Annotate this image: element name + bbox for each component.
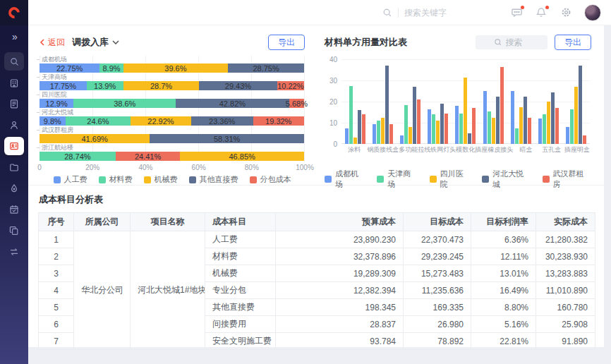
bar-segment: 28.74% [40,152,116,161]
bar-group [369,59,397,144]
id-card-icon [8,140,20,152]
legend-label: 材料费 [109,174,133,185]
notifications-bell-icon[interactable] [535,6,548,19]
legend-swatch [144,176,151,183]
legend-item: 武汉群租房 [543,169,591,190]
cell-budget: 198.345 [276,299,404,316]
category-label: 暗盒 [514,145,539,154]
material-search-box[interactable] [476,35,548,49]
cell-budget: 93.784 [276,333,404,350]
sidebar-item-materials[interactable] [4,179,24,198]
sidebar-item-schedule[interactable] [4,200,24,219]
folder-icon [8,162,20,173]
bar [528,118,531,145]
cell-subject: 材料费 [205,248,276,265]
topbar [0,0,611,25]
sidebar-item-copy[interactable] [4,222,24,240]
x-tick-label: 100% [296,164,314,171]
bar [483,91,487,144]
global-search [382,8,482,18]
grouped-chart-bars [341,59,590,144]
bar [464,78,467,145]
sidebar-item-files[interactable] [4,158,24,176]
bar [358,110,361,144]
stacked-bar-chart: 成都机场22.75%8.9%39.6%28.75%天津商场17.75%13.9%… [40,56,305,161]
cell-target: 26.980 [404,316,471,333]
bar [353,138,357,144]
settings-gear-icon[interactable] [559,6,572,19]
app-logo[interactable] [0,0,28,25]
bar [413,87,416,144]
bar [524,97,527,145]
cell-no: 4 [39,282,74,299]
stacked-bar: 17.75%13.9%28.7%29.43%10.22% [40,81,304,90]
cell-subject: 专业分包 [205,282,276,299]
user-icon [8,119,20,131]
bar [444,114,448,145]
search-icon [9,56,20,67]
bar [488,111,491,145]
sidebar-item-org[interactable] [4,73,24,92]
legend-swatch [543,176,550,183]
bar-group [424,59,452,144]
legend-item: 机械费 [144,174,178,185]
sidebar-item-cost-active[interactable] [4,137,24,155]
category-label: 橡皮接头 [488,145,513,154]
chart-row: 浙江航站楼28.74%24.41%46.85% [40,144,304,161]
cell-target: 11,235.636 [404,282,471,299]
user-avatar[interactable] [584,4,601,21]
sidebar-expand-icon[interactable]: » [12,31,16,45]
bar-category-label: 成都机场 [40,56,304,63]
cell-actual: 160.780 [536,299,595,316]
material-search-input[interactable] [506,37,530,47]
messages-icon[interactable] [510,6,523,19]
page-title-dropdown[interactable]: 调拨入库 [72,36,119,49]
sidebar-item-transfer[interactable] [4,243,24,261]
export-button-left[interactable]: 导出 [268,35,305,50]
export-button-right[interactable]: 导出 [555,35,591,50]
cell-project: 河北大悦城1#地块项目 [131,231,205,350]
cell-actual: 11,010.890 [536,282,595,299]
bar [428,109,431,145]
table-row: 1华北分公司河北大悦城1#地块项目人工费23,890.23022,370.473… [39,231,595,248]
sidebar-item-docs[interactable] [4,95,24,113]
bar [574,87,578,144]
cell-no: 7 [39,333,74,350]
cell-margin: 16.49% [471,282,536,299]
back-link[interactable]: 返回 [40,37,65,49]
sidebar-item-users[interactable] [4,116,24,134]
bar-group [341,59,369,144]
bar [551,92,555,145]
bar [555,108,559,144]
copy-icon [8,225,20,236]
cell-no: 6 [39,316,74,333]
bar-segment: 39.6% [123,63,228,73]
legend-swatch [189,176,196,183]
bar-segment: 22.92% [131,116,191,126]
cell-target: 169.335 [404,299,471,316]
charts-row: 返回 调拨入库 导出 成都机场22.75%8.9%39.6%28.75%天津商场… [28,25,604,185]
bar [492,118,495,145]
legend-item: 其他直接费 [189,174,238,185]
bar [511,91,514,144]
cell-margin: 13.01% [471,265,536,282]
cell-target: 78.892 [404,333,471,350]
bar-category-label: 四川医院 [40,91,304,99]
global-search-input[interactable] [404,8,482,18]
legend-label: 人工费 [64,174,87,185]
bar [570,109,574,145]
sidebar-item-search[interactable] [4,52,24,71]
bar [583,135,586,144]
calendar-check-icon [8,204,20,215]
bar-category-label: 河北大悦城 [40,109,304,116]
bar-segment: 8.9% [99,63,123,73]
cell-budget: 12,382.394 [276,282,404,299]
cell-budget: 32,378.896 [276,248,404,265]
bar [440,104,444,144]
bar [436,121,440,144]
y-tick-label: 10 [325,119,337,127]
legend-swatch [430,176,437,183]
cell-target: 15,273.483 [404,265,471,282]
bar-category-label: 武汉群租房 [40,126,304,134]
cost-table-title: 成本科目分析表 [39,193,595,206]
